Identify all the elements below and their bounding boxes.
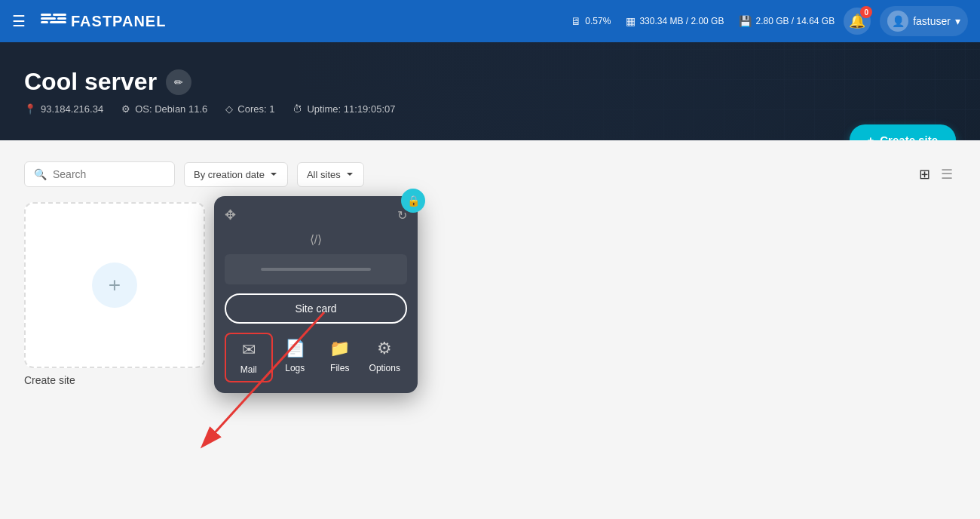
popup-action-options[interactable]: ⚙Options: [363, 333, 408, 382]
files-icon: 📁: [329, 339, 350, 358]
server-cores: Cores: 1: [237, 103, 274, 115]
ram-stat: ▦ 330.34 MB / 2.00 GB: [626, 15, 724, 27]
system-stats: 🖥 0.57% ▦ 330.34 MB / 2.00 GB 💾 2.80 GB …: [571, 15, 835, 27]
svg-rect-3: [53, 14, 66, 16]
list-view-button[interactable]: ☰: [938, 163, 956, 186]
uptime-icon: ⏱: [292, 103, 302, 115]
create-site-label: Create site: [24, 374, 75, 386]
plus-icon: +: [109, 273, 121, 297]
server-name: Cool server: [24, 68, 157, 96]
all-sites-filter[interactable]: All sites: [297, 162, 364, 187]
ssl-lock-badge: 🔒: [401, 189, 425, 213]
create-site-card[interactable]: +: [24, 202, 205, 368]
site-card-wrapper: 🔒 ✥ ↻ ⟨/⟩ Site card ✉Mail📄Logs📁Files⚙Opt…: [223, 202, 404, 519]
location-icon: 📍: [24, 103, 36, 115]
grid-view-button[interactable]: ⊞: [916, 163, 933, 186]
chevron-down-icon: [269, 170, 278, 179]
server-meta: 📍 93.184.216.34 ⚙ OS: Debian 11.6 ◇ Core…: [24, 103, 956, 115]
svg-rect-4: [57, 17, 66, 20]
popup-action-files[interactable]: 📁Files: [317, 333, 363, 382]
view-toggle: ⊞ ☰: [916, 163, 956, 186]
mail-label: Mail: [240, 364, 257, 375]
server-uptime: Uptime: 11:19:05:07: [307, 103, 395, 115]
disk-icon: 💾: [739, 15, 752, 27]
disk-stat: 💾 2.80 GB / 14.64 GB: [739, 15, 835, 27]
logo: FASTPANEL: [41, 12, 166, 30]
cards-grid: + Create site 🔒 ✥ ↻: [24, 202, 956, 519]
cpu-icon: 🖥: [571, 15, 581, 27]
chevron-down-icon: [345, 170, 354, 179]
search-box[interactable]: 🔍: [24, 161, 175, 187]
site-popup: 🔒 ✥ ↻ ⟨/⟩ Site card ✉Mail📄Logs📁Files⚙Opt…: [214, 196, 418, 393]
create-site-label: Create site: [880, 134, 938, 140]
logo-text: FASTPANEL: [71, 13, 166, 30]
server-ip: 93.184.216.34: [41, 103, 103, 115]
lock-icon: 🔒: [407, 195, 420, 207]
create-site-card-wrapper: + Create site: [24, 202, 205, 386]
popup-actions: ✉Mail📄Logs📁Files⚙Options: [225, 333, 407, 382]
svg-rect-5: [50, 21, 66, 23]
edit-icon: ✏: [174, 76, 183, 88]
logs-icon: 📄: [285, 339, 305, 358]
options-icon: ⚙: [377, 339, 392, 358]
main-content: 🔍 By creation date All sites ⊞ ☰ + Cr: [0, 140, 980, 519]
ram-value: 330.34 MB / 2.00 GB: [639, 16, 724, 26]
plus-icon: +: [868, 134, 874, 140]
toolbar: 🔍 By creation date All sites ⊞ ☰: [24, 161, 956, 187]
mini-preview: [225, 254, 407, 284]
create-site-button[interactable]: + Create site: [850, 124, 956, 140]
logo-icon: [41, 12, 66, 30]
sort-by-date-filter[interactable]: By creation date: [184, 162, 288, 187]
svg-rect-1: [41, 17, 56, 20]
cores-icon: ◇: [225, 103, 233, 115]
sort-by-date-label: By creation date: [194, 169, 265, 180]
create-site-label-row: Create site: [24, 374, 205, 386]
popup-top-bar: ✥ ↻: [225, 207, 407, 223]
notification-badge: 0: [860, 6, 872, 18]
notifications-button[interactable]: 🔔 0: [844, 8, 871, 35]
popup-action-logs[interactable]: 📄Logs: [273, 333, 318, 382]
os-icon: ⚙: [121, 103, 130, 115]
user-menu[interactable]: 👤 fastuser ▾: [880, 6, 968, 36]
avatar: 👤: [887, 11, 908, 32]
cpu-value: 0.57%: [585, 16, 611, 26]
options-label: Options: [369, 363, 400, 373]
disk-value: 2.80 GB / 14.64 GB: [755, 16, 835, 26]
server-header: Cool server ✏ 📍 93.184.216.34 ⚙ OS: Debi…: [0, 42, 980, 140]
popup-action-mail[interactable]: ✉Mail: [225, 333, 273, 382]
username: fastuser: [913, 15, 951, 27]
site-card-button[interactable]: Site card: [225, 293, 407, 324]
menu-icon[interactable]: ☰: [12, 12, 26, 30]
cpu-stat: 🖥 0.57%: [571, 15, 611, 27]
search-input[interactable]: [53, 168, 158, 180]
chevron-down-icon: ▾: [955, 15, 960, 27]
move-icon[interactable]: ✥: [225, 207, 236, 223]
logs-label: Logs: [285, 363, 305, 373]
mini-bar: [261, 268, 370, 271]
all-sites-label: All sites: [307, 169, 341, 180]
server-os: OS: Debian 11.6: [135, 103, 207, 115]
files-label: Files: [330, 363, 349, 373]
search-icon: 🔍: [34, 168, 47, 180]
svg-rect-0: [41, 14, 51, 16]
edit-server-button[interactable]: ✏: [166, 69, 191, 95]
svg-rect-2: [41, 21, 48, 23]
plus-circle: +: [92, 263, 137, 308]
mail-icon: ✉: [242, 340, 256, 360]
ram-icon: ▦: [626, 15, 635, 27]
code-icon: ⟨/⟩: [310, 232, 322, 247]
